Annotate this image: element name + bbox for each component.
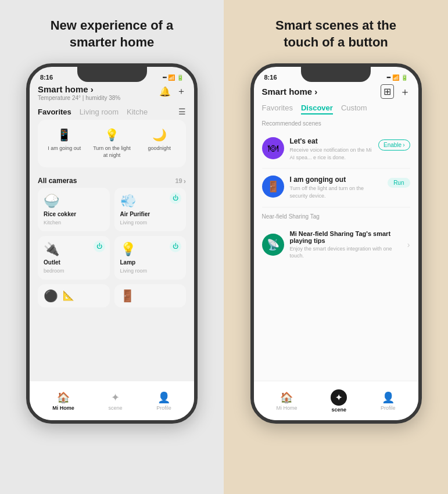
- device-card-3[interactable]: 💡 Lamp Living room ⏻: [114, 236, 187, 280]
- menu-icon[interactable]: ☰: [178, 107, 186, 116]
- right-plus-icon[interactable]: ＋: [400, 85, 410, 99]
- power-btn-1[interactable]: ⏻: [170, 192, 181, 204]
- right-home-nav-label: Mi Home: [276, 405, 297, 411]
- profile-nav-icon: 👤: [157, 391, 170, 404]
- left-screen: Smart home › Temperature 24° | humidity …: [30, 81, 194, 388]
- partial-icon-1: 📐: [63, 290, 74, 301]
- scene-name-1: I am gonging out: [290, 176, 382, 184]
- status-icons: ▪▪▪ 📶 🔋: [162, 74, 184, 81]
- scenes-row: 📱 I am going out 💡 Turn on the light at …: [38, 120, 186, 167]
- cameras-count: 19 ›: [175, 177, 186, 185]
- scene-label-1: Turn on the light at night: [91, 145, 133, 159]
- right-profile-nav-label: Profile: [381, 405, 396, 411]
- near-field-name: Mi Near-field Sharing Tag's smart playin…: [290, 230, 402, 244]
- device-location-0: Kitchen: [44, 220, 104, 225]
- r-tab-favorites[interactable]: Favorites: [262, 103, 293, 114]
- right-panel-title: Smart scenes at the touch of a button: [260, 17, 411, 51]
- home-subtitle: Temperature 24° | humidity 38%: [38, 95, 120, 101]
- right-header: Smart home › ⊞ ＋: [262, 81, 410, 103]
- scene-card-0[interactable]: 📱 I am going out: [44, 128, 85, 159]
- right-home-nav-icon: 🏠: [280, 391, 293, 404]
- device-name-1: Air Purifier: [120, 211, 181, 217]
- right-screen: Smart home › ⊞ ＋ Favorites Discover Cust…: [254, 81, 418, 388]
- nav-scene-left[interactable]: ✦ scene: [108, 391, 122, 411]
- near-field-avatar: 📡: [262, 234, 284, 256]
- enable-btn[interactable]: Enable ›: [378, 139, 410, 151]
- scene-action-1: Run: [388, 177, 410, 188]
- scene-card-1[interactable]: 💡 Turn on the light at night: [91, 128, 133, 159]
- run-btn[interactable]: Run: [388, 178, 410, 188]
- scene-name-0: Let's eat: [290, 137, 373, 145]
- recommended-label: Recommended scenes: [262, 120, 410, 127]
- near-field-item[interactable]: 📡 Mi Near-field Sharing Tag's smart play…: [262, 223, 410, 267]
- right-battery-icon: 🔋: [401, 74, 408, 81]
- partial-icon-0: ⚫: [44, 289, 58, 303]
- add-icon[interactable]: ＋: [177, 85, 186, 98]
- nav-profile-right[interactable]: 👤 Profile: [381, 391, 396, 411]
- right-profile-nav-icon: 👤: [382, 391, 395, 404]
- tab-favorites[interactable]: Favorites: [38, 108, 71, 116]
- device-card-0[interactable]: 🍚 Rice cokker Kitchen: [38, 188, 110, 231]
- device-grid: 🍚 Rice cokker Kitchen 💨 Air Purifier Liv…: [38, 188, 186, 280]
- device-location-1: Living room: [120, 220, 181, 225]
- left-panel: New experience of a smarter home 8:16 ▪▪…: [0, 0, 224, 494]
- scene-emoji-1: 🚪: [267, 180, 279, 193]
- scene-label-0: I am going out: [48, 145, 81, 152]
- scene-avatar-1: 🚪: [262, 176, 284, 198]
- time: 8:16: [40, 74, 53, 81]
- grid-icon[interactable]: ⊞: [381, 84, 394, 99]
- all-cameras-header[interactable]: All cameras 19 ›: [38, 173, 186, 188]
- bottom-nav-right: 🏠 Mi Home ✦ scene 👤 Profile: [254, 381, 418, 420]
- scene-item-1[interactable]: 🚪 I am gonging out Turn off the light an…: [262, 169, 410, 207]
- right-signal-icon: ▪▪▪: [386, 74, 390, 80]
- profile-nav-label: Profile: [156, 405, 171, 411]
- scene-nav-icon: ✦: [111, 391, 120, 404]
- scene-label-2: goodnight: [148, 145, 171, 152]
- r-tab-discover[interactable]: Discover: [301, 103, 333, 114]
- scene-desc-0: Receive voice notification on the Mi AI …: [290, 146, 373, 161]
- right-time: 8:16: [264, 74, 277, 81]
- scene-info-0: Let's eat Receive voice notification on …: [290, 137, 373, 161]
- right-home-name[interactable]: Smart home ›: [262, 87, 318, 96]
- device-card-1[interactable]: 💨 Air Purifier Living room ⏻: [114, 188, 187, 231]
- nav-home-left[interactable]: 🏠 Mi Home: [52, 391, 74, 411]
- home-name[interactable]: Smart home ›: [38, 84, 120, 94]
- power-btn-3[interactable]: ⏻: [170, 241, 181, 252]
- right-scene-nav-icon: ✦: [331, 389, 347, 406]
- battery-icon: 🔋: [177, 74, 184, 81]
- left-panel-title: New experience of a smarter home: [51, 17, 174, 51]
- scene-emoji-0: 🍽: [268, 142, 278, 155]
- near-field-desc: Enjoy the smart devices integration with…: [290, 245, 402, 260]
- signal-icon: ▪▪▪: [162, 74, 166, 80]
- device-card-2[interactable]: 🔌 Outlet bedroom ⏻: [38, 236, 110, 280]
- scene-card-2[interactable]: 🌙 goodnight: [138, 128, 180, 159]
- partial-card-0[interactable]: ⚫ 📐: [38, 284, 110, 307]
- right-panel: Smart scenes at the touch of a button 8:…: [224, 0, 448, 494]
- right-wifi-icon: 📶: [392, 74, 399, 81]
- near-field-icon: 📡: [267, 238, 279, 251]
- nav-profile-left[interactable]: 👤 Profile: [156, 391, 171, 411]
- header-icons: 🔔 ＋: [159, 84, 186, 98]
- all-cameras-label: All cameras: [38, 177, 77, 185]
- tab-living[interactable]: Living room: [80, 108, 119, 116]
- device-name-3: Lamp: [120, 259, 181, 266]
- bell-icon[interactable]: 🔔: [159, 86, 171, 97]
- home-info: Smart home › Temperature 24° | humidity …: [38, 84, 120, 101]
- scene-info-1: I am gonging out Turn off the light and …: [290, 176, 382, 199]
- scene-icon-2: 🌙: [152, 128, 167, 142]
- left-phone: 8:16 ▪▪▪ 📶 🔋 Smart home › Temperature 24…: [26, 63, 198, 424]
- nav-scene-right[interactable]: ✦ scene: [331, 389, 347, 413]
- right-notch: [301, 67, 371, 82]
- tabs-row: Favorites Living room Kitche ☰: [38, 102, 186, 120]
- tab-kitchen[interactable]: Kitche: [127, 108, 148, 116]
- power-btn-2[interactable]: ⏻: [94, 241, 105, 252]
- right-tabs: Favorites Discover Custom: [262, 103, 410, 120]
- partial-card-1[interactable]: 🚪: [114, 284, 187, 307]
- scene-desc-1: Turn off the light and turn on the secur…: [290, 185, 382, 199]
- near-field-chevron: ›: [407, 240, 410, 249]
- scene-item-0[interactable]: 🍽 Let's eat Receive voice notification o…: [262, 130, 410, 169]
- nav-home-right[interactable]: 🏠 Mi Home: [276, 391, 297, 411]
- right-status-icons: ▪▪▪ 📶 🔋: [386, 74, 408, 81]
- near-field-info: Mi Near-field Sharing Tag's smart playin…: [290, 230, 402, 260]
- r-tab-custom[interactable]: Custom: [341, 103, 367, 114]
